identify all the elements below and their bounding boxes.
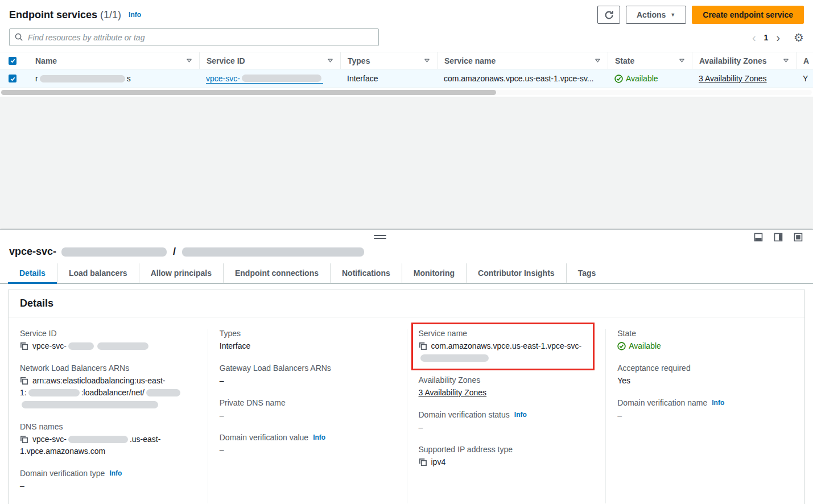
previous-page-button[interactable]: ‹ [752, 32, 756, 43]
redacted-text [40, 75, 125, 82]
column-header-state[interactable]: State [608, 52, 692, 69]
field-dns-names: DNS names vpce-svc-.us-east- 1.vpce.amaz… [20, 422, 196, 457]
actions-button[interactable]: Actions ▼ [626, 6, 686, 24]
checkbox-checked-icon [9, 57, 16, 65]
redacted-text [68, 436, 128, 443]
tab-contributor-insights[interactable]: Contributor Insights [466, 263, 566, 284]
redacted-text [68, 342, 94, 350]
sort-icon [186, 57, 192, 64]
search-input[interactable] [9, 28, 379, 46]
column-header-availability-zones[interactable]: Availability Zones [692, 52, 796, 69]
service-id-link[interactable]: vpce-svc- [206, 74, 323, 84]
column-header-acceptance[interactable]: A [796, 52, 813, 69]
tab-details[interactable]: Details [8, 263, 57, 284]
tabs: Details Load balancers Allow principals … [0, 263, 813, 284]
column-header-name[interactable]: Name [28, 52, 199, 69]
field-domain-verification-value: Domain verification value Info – [220, 433, 395, 456]
success-check-icon [617, 342, 626, 350]
copy-icon[interactable] [419, 458, 427, 466]
settings-gear-icon[interactable]: ⚙ [794, 32, 804, 43]
table-row[interactable]: rs vpce-svc- Interface com.amazonaws.vpc… [0, 69, 813, 88]
select-all-checkbox[interactable] [0, 52, 28, 69]
field-domain-verification-name: Domain verification name Info – [617, 398, 793, 422]
page-info-link[interactable]: Info [129, 11, 141, 19]
page-title-text: Endpoint services [9, 9, 97, 20]
field-availability-zones: Availability Zones 3 Availability Zones [419, 375, 595, 399]
redacted-text [28, 389, 80, 396]
field-nlb-arns: Network Load Balancers ARNs arn:aws:elas… [20, 363, 196, 411]
column-header-types[interactable]: Types [340, 52, 437, 69]
table-header-row: Name Service ID Types Service name State… [0, 52, 813, 69]
tab-notifications[interactable]: Notifications [330, 263, 402, 284]
details-column-3: Service name com.amazonaws.vpce.us-east-… [407, 329, 606, 503]
sort-icon [595, 57, 601, 64]
field-acceptance-required: Acceptance required Yes [617, 363, 793, 387]
info-link[interactable]: Info [313, 433, 325, 441]
panel-title: vpce-svc- / [0, 245, 813, 263]
cell-service-id: vpce-svc- [199, 69, 340, 88]
row-checkbox[interactable] [9, 75, 16, 82]
horizontal-scrollbar[interactable] [1, 90, 812, 95]
sort-icon [327, 57, 333, 64]
page-title: Endpoint services (1/1) Info [9, 9, 141, 21]
availability-zones-link[interactable]: 3 Availability Zones [699, 74, 767, 83]
cell-state: Available [608, 69, 692, 88]
redacted-text [97, 342, 148, 350]
table-toolbar: ‹ 1 › ⚙ [0, 26, 813, 47]
split-panel-fullscreen-button[interactable] [794, 233, 803, 242]
split-panel-bar [0, 230, 813, 245]
details-card-body: Service ID vpce-svc- Network Load Balanc… [9, 317, 804, 504]
split-panel-bottom-icon [754, 233, 763, 242]
details-column-2: Types Interface Gateway Load Balancers A… [208, 329, 407, 503]
split-panel-layout-controls [754, 233, 803, 242]
split-panel-side-button[interactable] [774, 233, 783, 242]
info-link[interactable]: Info [514, 411, 527, 419]
split-panel-bottom-button[interactable] [754, 233, 763, 242]
header-actions: Actions ▼ Create endpoint service [597, 6, 804, 24]
resource-count: (1/1) [100, 9, 121, 20]
cell-availability-zones: 3 Availability Zones [692, 69, 796, 88]
redacted-text [61, 247, 167, 257]
refresh-button[interactable] [597, 6, 620, 24]
success-check-icon [614, 75, 623, 83]
split-panel: vpce-svc- / Details Load balancers Allow… [0, 229, 813, 504]
details-column-1: Service ID vpce-svc- Network Load Balanc… [9, 329, 208, 503]
field-service-id: Service ID vpce-svc- [20, 329, 196, 352]
page-header: Endpoint services (1/1) Info Actions ▼ C… [0, 0, 813, 26]
tab-monitoring[interactable]: Monitoring [402, 263, 466, 284]
scrollbar-thumb[interactable] [1, 90, 496, 95]
details-column-4: State Available Acceptance required Yes … [605, 329, 804, 503]
field-private-dns-name: Private DNS name – [220, 398, 395, 422]
sort-icon [679, 57, 685, 64]
column-header-service-name[interactable]: Service name [437, 52, 608, 69]
split-panel-resize-handle[interactable] [374, 235, 386, 239]
caret-down-icon: ▼ [670, 13, 675, 18]
tab-load-balancers[interactable]: Load balancers [57, 263, 139, 284]
next-page-button[interactable]: › [776, 32, 780, 43]
search-box[interactable] [9, 28, 379, 46]
tab-allow-principals[interactable]: Allow principals [139, 263, 223, 284]
cell-acceptance: Y [796, 69, 813, 88]
search-icon [14, 32, 23, 43]
split-panel-side-icon [774, 233, 783, 242]
field-service-name: Service name com.amazonaws.vpce.us-east-… [419, 329, 595, 364]
refresh-icon [604, 10, 614, 20]
copy-icon[interactable] [20, 377, 28, 385]
redacted-text [22, 401, 158, 408]
field-types: Types Interface [220, 329, 395, 352]
availability-zones-link[interactable]: 3 Availability Zones [419, 388, 487, 397]
tab-endpoint-connections[interactable]: Endpoint connections [223, 263, 330, 284]
details-card: Details Service ID vpce-svc- Network Loa… [8, 290, 805, 504]
create-endpoint-service-button[interactable]: Create endpoint service [692, 6, 804, 24]
endpoint-services-table: Name Service ID Types Service name State… [0, 52, 813, 95]
tab-tags[interactable]: Tags [566, 263, 608, 284]
copy-icon[interactable] [20, 342, 28, 350]
info-link[interactable]: Info [109, 469, 122, 477]
copy-icon[interactable] [419, 342, 427, 350]
current-page[interactable]: 1 [764, 33, 769, 42]
cell-service-name: com.amazonaws.vpce.us-east-1.vpce-sv... [437, 69, 608, 88]
column-header-service-id[interactable]: Service ID [199, 52, 340, 69]
redacted-text [242, 75, 321, 82]
info-link[interactable]: Info [712, 399, 724, 407]
copy-icon[interactable] [20, 435, 28, 444]
